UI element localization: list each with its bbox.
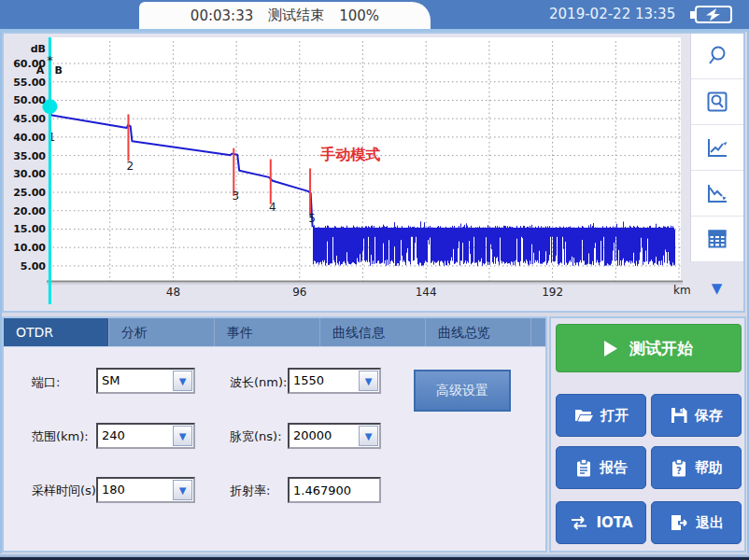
datetime-text: 2019-02-22 13:35: [549, 6, 675, 22]
tab-otdr[interactable]: OTDR: [4, 318, 109, 346]
x-tick-label: 48: [166, 286, 180, 299]
event-marker-label: 4: [269, 201, 276, 214]
elapsed-time: 00:03:33: [191, 7, 253, 24]
cursor-b-label: B: [54, 64, 62, 77]
y-tick-label: 30.00: [13, 168, 46, 180]
y-tick-label: 45.00: [13, 113, 46, 125]
trace-zoom-in-icon: [705, 135, 729, 160]
tab-events[interactable]: 事件: [215, 318, 320, 346]
tab-trace-overview[interactable]: 曲线总览: [426, 318, 531, 346]
port-value: SM: [102, 373, 120, 387]
pulse-width-label: 脉宽(ns):: [230, 428, 282, 445]
refractive-index-input[interactable]: [288, 477, 381, 503]
wavelength-value: 1550: [293, 373, 324, 387]
open-button[interactable]: 打开: [556, 394, 646, 437]
settings-panel: OTDR 分析 事件 曲线信息 曲线总览 端口: SM ▼ 波长(nm): 15…: [2, 316, 547, 553]
range-value: 240: [102, 428, 125, 442]
sample-time-label: 采样时间(s):: [32, 483, 100, 499]
otdr-settings-form: 端口: SM ▼ 波长(nm): 1550 ▼ 高级设置 范围(km): 240…: [4, 347, 545, 552]
open-label: 打开: [601, 407, 629, 425]
y-tick-label: 15.00: [13, 223, 46, 235]
exit-icon: [669, 513, 689, 532]
y-tick-label: 25.00: [13, 187, 46, 199]
x-tick-label: 144: [416, 286, 437, 299]
svg-text:?: ?: [676, 466, 682, 476]
otdr-device-screen: 00:03:33 测试结束 100% 2019-02-22 13:35 1234…: [0, 0, 749, 560]
y-tick-label: 50.00: [13, 94, 46, 106]
actions-panel: 测试开始 打开 保存: [549, 316, 746, 553]
x-axis-unit: km: [673, 284, 690, 297]
event-grid-icon: [705, 227, 729, 251]
report-label: 报告: [600, 459, 628, 477]
help-label: 帮助: [695, 459, 723, 477]
combo-arrow-icon[interactable]: ▼: [173, 371, 192, 391]
top-status-bar: 00:03:33 测试结束 100% 2019-02-22 13:35: [0, 0, 749, 29]
report-icon: [574, 458, 593, 477]
event-marker-label: 2: [127, 160, 134, 173]
sample-time-value: 180: [102, 483, 125, 497]
noise-top-band: [313, 228, 674, 237]
save-label: 保存: [695, 407, 723, 425]
port-label: 端口:: [32, 374, 60, 391]
chart-side-toolbar: ▼: [690, 34, 743, 311]
magnifier-button[interactable]: [690, 34, 743, 79]
event-grid-button[interactable]: [690, 217, 743, 262]
save-icon: [670, 406, 688, 425]
wavelength-label: 波长(nm):: [230, 374, 287, 391]
iota-loop-icon: [569, 514, 589, 531]
cursor-top-marker: *: [47, 53, 53, 67]
test-status-tab: 00:03:33 测试结束 100%: [139, 2, 431, 29]
iota-label: IOTA: [596, 514, 632, 531]
settings-tabbar: OTDR 分析 事件 曲线信息 曲线总览: [4, 318, 545, 347]
tab-trace-info[interactable]: 曲线信息: [320, 318, 426, 346]
y-tick-label: 20.00: [13, 205, 46, 217]
report-button[interactable]: 报告: [556, 446, 646, 489]
combo-arrow-icon[interactable]: ▼: [173, 480, 192, 500]
sample-time-select[interactable]: 180 ▼: [96, 477, 195, 503]
pulse-width-value: 20000: [293, 428, 332, 442]
y-tick-label: 35.00: [13, 150, 46, 162]
test-status-text: 测试结束: [268, 7, 324, 24]
x-tick-label: 96: [292, 286, 306, 299]
combo-arrow-icon[interactable]: ▼: [359, 371, 378, 391]
exit-button[interactable]: 退出: [651, 501, 742, 544]
event-marker-label: 3: [232, 189, 239, 203]
collapse-chart-button[interactable]: ▼: [690, 262, 743, 315]
iota-button[interactable]: IOTA: [556, 501, 646, 544]
start-test-label: 测试开始: [629, 338, 693, 359]
collapse-arrow-icon: ▼: [712, 280, 723, 297]
range-select[interactable]: 240 ▼: [96, 423, 195, 449]
x-tick-label: 192: [542, 286, 563, 299]
trace-chart-panel: 12345AB*手动模式dB60.0055.0050.0045.0040.003…: [2, 32, 745, 313]
help-button[interactable]: ? 帮助: [651, 446, 742, 489]
trace-zoom-in-button[interactable]: [690, 125, 743, 171]
open-folder-icon: [573, 406, 594, 425]
region-zoom-button[interactable]: [690, 79, 743, 125]
combo-arrow-icon[interactable]: ▼: [173, 426, 192, 446]
y-tick-label: 55.00: [13, 77, 46, 89]
progress-percent: 100%: [339, 7, 379, 24]
otdr-trace-chart[interactable]: 12345AB*手动模式dB60.0055.0050.0045.0040.003…: [4, 34, 690, 311]
wavelength-select[interactable]: 1550 ▼: [288, 368, 381, 394]
y-tick-label: 10.00: [13, 242, 46, 254]
play-icon: [604, 341, 618, 357]
region-zoom-icon: [705, 90, 729, 114]
mode-annotation: 手动模式: [319, 146, 380, 163]
help-icon: ?: [670, 458, 688, 477]
exit-label: 退出: [696, 514, 724, 532]
tab-analysis[interactable]: 分析: [109, 318, 215, 346]
advanced-settings-button[interactable]: 高级设置: [414, 370, 511, 412]
save-button[interactable]: 保存: [651, 394, 742, 437]
trace-zoom-out-button[interactable]: [690, 171, 743, 217]
y-tick-label: 40.00: [13, 132, 46, 144]
start-test-button[interactable]: 测试开始: [556, 324, 742, 372]
port-select[interactable]: SM ▼: [96, 368, 195, 394]
bottom-edge-strip: [0, 553, 749, 560]
battery-charging-icon: [687, 5, 736, 24]
combo-arrow-icon[interactable]: ▼: [359, 426, 378, 446]
trace-zoom-out-icon: [705, 181, 729, 205]
y-tick-label: 60.00: [13, 58, 46, 70]
y-tick-label: 5.00: [21, 260, 46, 273]
pulse-width-select[interactable]: 20000 ▼: [288, 423, 381, 449]
event-marker-label: 5: [308, 212, 316, 225]
